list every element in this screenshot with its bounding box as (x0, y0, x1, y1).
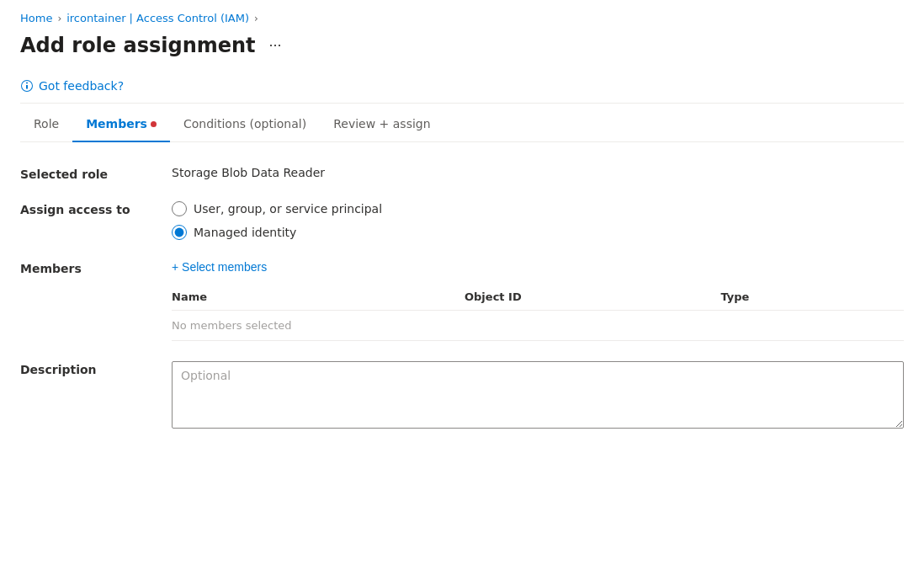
selected-role-value: Storage Blob Data Reader (172, 166, 904, 181)
breadcrumb-sep-2: › (254, 13, 258, 24)
feedback-label: Got feedback? (39, 79, 124, 93)
table-row-empty: No members selected (172, 311, 904, 341)
tab-review[interactable]: Review + assign (320, 107, 443, 142)
breadcrumb-sep-1: › (57, 13, 61, 24)
more-options-button[interactable]: ··· (264, 33, 287, 57)
feedback-link[interactable]: Got feedback? (20, 79, 124, 93)
radio-managed-identity-label: Managed identity (194, 226, 296, 239)
page-header: Add role assignment ··· (20, 33, 904, 57)
tab-bar: Role Members Conditions (optional) Revie… (20, 107, 904, 142)
tab-members[interactable]: Members (72, 107, 170, 142)
members-table: Name Object ID Type No members selected (172, 284, 904, 341)
radio-user-group-label: User, group, or service principal (194, 202, 382, 216)
tab-conditions[interactable]: Conditions (optional) (170, 107, 320, 142)
radio-managed-identity-input[interactable] (172, 225, 187, 240)
description-field-wrapper (172, 361, 904, 431)
radio-managed-identity[interactable]: Managed identity (172, 225, 904, 240)
breadcrumb: Home › ircontainer | Access Control (IAM… (20, 0, 904, 33)
col-header-name: Name (172, 284, 465, 311)
description-textarea[interactable] (172, 361, 904, 429)
description-label: Description (20, 361, 172, 431)
tab-members-dot (151, 121, 157, 127)
feedback-icon (20, 79, 34, 93)
no-members-text: No members selected (172, 311, 904, 341)
col-header-objectid: Object ID (465, 284, 721, 311)
members-section: + Select members Name Object ID Type No … (172, 260, 904, 341)
members-label: Members (20, 260, 172, 341)
selected-role-label: Selected role (20, 166, 172, 181)
breadcrumb-iam[interactable]: ircontainer | Access Control (IAM) (66, 12, 249, 24)
assign-access-label: Assign access to (20, 201, 172, 240)
col-header-type: Type (721, 284, 905, 311)
select-members-button[interactable]: + Select members (172, 260, 904, 274)
feedback-bar: Got feedback? (20, 71, 904, 104)
radio-user-group-input[interactable] (172, 201, 187, 216)
page-title: Add role assignment (20, 34, 256, 57)
form-section: Selected role Storage Blob Data Reader A… (20, 166, 904, 431)
tab-role[interactable]: Role (20, 107, 72, 142)
tab-members-label: Members (86, 117, 147, 131)
radio-user-group[interactable]: User, group, or service principal (172, 201, 904, 216)
radio-group: User, group, or service principal Manage… (172, 201, 904, 240)
breadcrumb-home[interactable]: Home (20, 12, 52, 24)
